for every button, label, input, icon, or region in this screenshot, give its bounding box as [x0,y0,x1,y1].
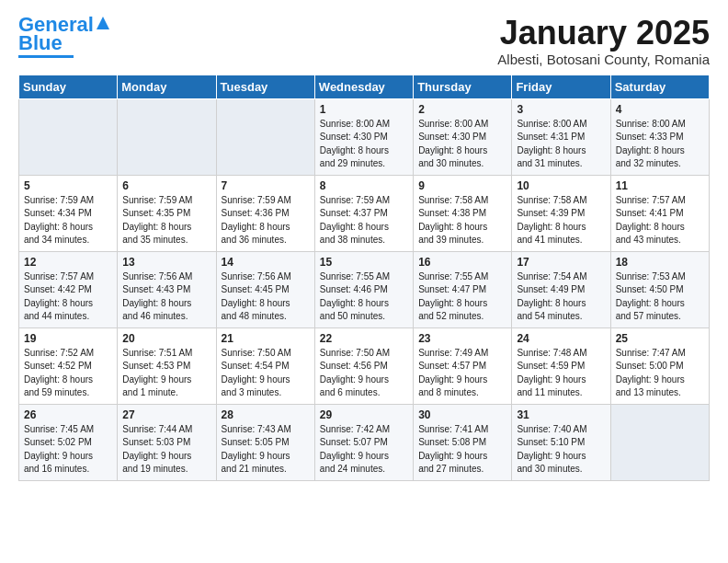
day-info: Sunrise: 7:58 AM Sunset: 4:39 PM Dayligh… [517,194,605,247]
day-number: 12 [24,256,112,269]
day-number: 6 [122,179,210,192]
day-info: Sunrise: 7:51 AM Sunset: 4:53 PM Dayligh… [122,347,210,400]
logo-underline [18,55,74,58]
calendar-cell: 9Sunrise: 7:58 AM Sunset: 4:38 PM Daylig… [414,175,512,251]
calendar-week-row: 19Sunrise: 7:52 AM Sunset: 4:52 PM Dayli… [19,327,710,404]
day-info: Sunrise: 7:54 AM Sunset: 4:49 PM Dayligh… [517,270,605,324]
day-number: 24 [517,332,605,345]
calendar-cell: 25Sunrise: 7:47 AM Sunset: 5:00 PM Dayli… [610,327,709,404]
calendar-cell: 4Sunrise: 8:00 AM Sunset: 4:33 PM Daylig… [610,98,709,175]
day-number: 20 [122,332,210,345]
day-number: 29 [320,408,408,421]
day-number: 14 [222,256,310,269]
day-info: Sunrise: 7:56 AM Sunset: 4:45 PM Dayligh… [222,270,310,324]
day-number: 31 [517,408,605,421]
page: General Blue January 2025 Albesti, Botos… [0,0,728,496]
calendar-cell: 10Sunrise: 7:58 AM Sunset: 4:39 PM Dayli… [512,175,610,251]
calendar-cell: 22Sunrise: 7:50 AM Sunset: 4:56 PM Dayli… [314,327,413,404]
calendar-cell: 13Sunrise: 7:56 AM Sunset: 4:43 PM Dayli… [118,251,216,327]
weekday-header: Sunday [19,75,118,98]
calendar-cell: 23Sunrise: 7:49 AM Sunset: 4:57 PM Dayli… [414,327,512,404]
day-number: 7 [222,179,310,192]
calendar-cell: 11Sunrise: 7:57 AM Sunset: 4:41 PM Dayli… [610,175,709,251]
day-info: Sunrise: 7:57 AM Sunset: 4:42 PM Dayligh… [24,270,112,324]
day-info: Sunrise: 7:47 AM Sunset: 5:00 PM Dayligh… [616,347,704,400]
day-number: 17 [517,256,605,269]
day-number: 18 [616,256,704,269]
day-info: Sunrise: 7:59 AM Sunset: 4:37 PM Dayligh… [320,194,408,247]
svg-marker-0 [97,17,109,29]
calendar-cell: 30Sunrise: 7:41 AM Sunset: 5:08 PM Dayli… [414,404,512,480]
day-info: Sunrise: 7:59 AM Sunset: 4:36 PM Dayligh… [222,194,310,247]
day-info: Sunrise: 7:50 AM Sunset: 4:56 PM Dayligh… [320,347,408,400]
calendar-week-row: 12Sunrise: 7:57 AM Sunset: 4:42 PM Dayli… [19,251,710,327]
logo-triangle-icon [95,15,111,31]
calendar-cell: 19Sunrise: 7:52 AM Sunset: 4:52 PM Dayli… [19,327,118,404]
calendar-cell: 3Sunrise: 8:00 AM Sunset: 4:31 PM Daylig… [512,98,610,175]
calendar-cell: 20Sunrise: 7:51 AM Sunset: 4:53 PM Dayli… [118,327,216,404]
day-info: Sunrise: 7:50 AM Sunset: 4:54 PM Dayligh… [222,347,310,400]
weekday-header-row: SundayMondayTuesdayWednesdayThursdayFrid… [19,75,710,98]
day-info: Sunrise: 7:59 AM Sunset: 4:35 PM Dayligh… [122,194,210,247]
calendar-cell: 2Sunrise: 8:00 AM Sunset: 4:30 PM Daylig… [414,98,512,175]
day-number: 15 [320,256,408,269]
day-number: 3 [517,103,605,116]
day-info: Sunrise: 7:44 AM Sunset: 5:03 PM Dayligh… [122,423,210,477]
calendar-cell [19,98,118,175]
calendar-cell: 6Sunrise: 7:59 AM Sunset: 4:35 PM Daylig… [118,175,216,251]
calendar-cell: 5Sunrise: 7:59 AM Sunset: 4:34 PM Daylig… [19,175,118,251]
calendar-cell: 1Sunrise: 8:00 AM Sunset: 4:30 PM Daylig… [314,98,413,175]
day-info: Sunrise: 7:57 AM Sunset: 4:41 PM Dayligh… [616,194,704,247]
day-number: 19 [24,332,112,345]
calendar-cell [610,404,709,480]
day-info: Sunrise: 7:58 AM Sunset: 4:38 PM Dayligh… [418,194,506,247]
day-number: 9 [418,179,506,192]
weekday-header: Monday [118,75,216,98]
day-info: Sunrise: 7:56 AM Sunset: 4:43 PM Dayligh… [122,270,210,324]
day-info: Sunrise: 7:45 AM Sunset: 5:02 PM Dayligh… [24,423,112,477]
day-number: 10 [517,179,605,192]
day-number: 27 [122,408,210,421]
calendar-subtitle: Albesti, Botosani County, Romania [497,52,710,67]
calendar-cell: 16Sunrise: 7:55 AM Sunset: 4:47 PM Dayli… [414,251,512,327]
day-number: 26 [24,408,112,421]
day-number: 25 [616,332,704,345]
day-info: Sunrise: 7:49 AM Sunset: 4:57 PM Dayligh… [418,347,506,400]
day-info: Sunrise: 7:41 AM Sunset: 5:08 PM Dayligh… [418,423,506,477]
weekday-header: Tuesday [216,75,314,98]
day-info: Sunrise: 7:55 AM Sunset: 4:46 PM Dayligh… [320,270,408,324]
calendar-cell: 18Sunrise: 7:53 AM Sunset: 4:50 PM Dayli… [610,251,709,327]
weekday-header: Friday [512,75,610,98]
weekday-header: Saturday [610,75,709,98]
calendar-cell: 12Sunrise: 7:57 AM Sunset: 4:42 PM Dayli… [19,251,118,327]
calendar-cell: 27Sunrise: 7:44 AM Sunset: 5:03 PM Dayli… [118,404,216,480]
day-number: 2 [418,103,506,116]
calendar-cell: 21Sunrise: 7:50 AM Sunset: 4:54 PM Dayli… [216,327,314,404]
weekday-header: Wednesday [314,75,413,98]
calendar-week-row: 1Sunrise: 8:00 AM Sunset: 4:30 PM Daylig… [19,98,710,175]
day-number: 11 [616,179,704,192]
day-number: 21 [222,332,310,345]
day-info: Sunrise: 8:00 AM Sunset: 4:31 PM Dayligh… [517,118,605,171]
calendar-cell [216,98,314,175]
calendar-cell: 28Sunrise: 7:43 AM Sunset: 5:05 PM Dayli… [216,404,314,480]
day-number: 4 [616,103,704,116]
calendar-cell: 8Sunrise: 7:59 AM Sunset: 4:37 PM Daylig… [314,175,413,251]
calendar-cell: 26Sunrise: 7:45 AM Sunset: 5:02 PM Dayli… [19,404,118,480]
day-info: Sunrise: 7:52 AM Sunset: 4:52 PM Dayligh… [24,347,112,400]
day-number: 22 [320,332,408,345]
calendar-cell: 7Sunrise: 7:59 AM Sunset: 4:36 PM Daylig… [216,175,314,251]
logo-blue: Blue [18,33,63,53]
day-info: Sunrise: 7:42 AM Sunset: 5:07 PM Dayligh… [320,423,408,477]
day-info: Sunrise: 7:43 AM Sunset: 5:05 PM Dayligh… [222,423,310,477]
day-number: 5 [24,179,112,192]
day-number: 1 [320,103,408,116]
day-info: Sunrise: 7:59 AM Sunset: 4:34 PM Dayligh… [24,194,112,247]
day-info: Sunrise: 8:00 AM Sunset: 4:30 PM Dayligh… [418,118,506,171]
day-info: Sunrise: 7:55 AM Sunset: 4:47 PM Dayligh… [418,270,506,324]
logo: General Blue [18,15,111,58]
calendar-cell [118,98,216,175]
day-info: Sunrise: 7:53 AM Sunset: 4:50 PM Dayligh… [616,270,704,324]
day-number: 28 [222,408,310,421]
day-info: Sunrise: 8:00 AM Sunset: 4:30 PM Dayligh… [320,118,408,171]
